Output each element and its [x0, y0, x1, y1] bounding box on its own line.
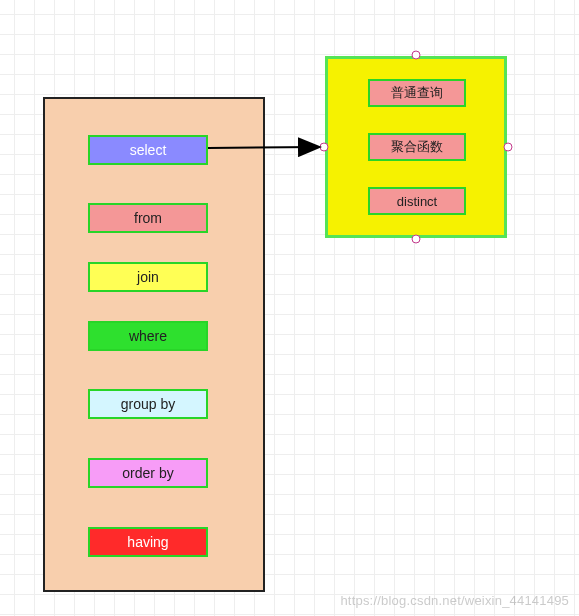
option-aggregate-func[interactable]: 聚合函数 — [368, 133, 466, 161]
resize-handle-bottom[interactable] — [412, 235, 421, 244]
select-options-panel[interactable]: 普通查询 聚合函数 distinct — [325, 56, 507, 238]
clause-having[interactable]: having — [88, 527, 208, 557]
clause-from[interactable]: from — [88, 203, 208, 233]
clause-group-by[interactable]: group by — [88, 389, 208, 419]
clause-join[interactable]: join — [88, 262, 208, 292]
option-label: 普通查询 — [391, 84, 443, 102]
clause-where[interactable]: where — [88, 321, 208, 351]
resize-handle-right[interactable] — [504, 143, 513, 152]
clause-label: join — [137, 269, 159, 285]
watermark-text: https://blog.csdn.net/weixin_44141495 — [340, 593, 569, 608]
clause-label: having — [127, 534, 168, 550]
clause-select[interactable]: select — [88, 135, 208, 165]
sql-clauses-panel: select from join where group by order by… — [43, 97, 265, 592]
option-label: distinct — [397, 194, 437, 209]
option-plain-query[interactable]: 普通查询 — [368, 79, 466, 107]
clause-label: from — [134, 210, 162, 226]
clause-label: where — [129, 328, 167, 344]
resize-handle-top[interactable] — [412, 51, 421, 60]
clause-label: order by — [122, 465, 173, 481]
clause-label: select — [130, 142, 167, 158]
clause-order-by[interactable]: order by — [88, 458, 208, 488]
clause-label: group by — [121, 396, 175, 412]
option-label: 聚合函数 — [391, 138, 443, 156]
resize-handle-left[interactable] — [320, 143, 329, 152]
option-distinct[interactable]: distinct — [368, 187, 466, 215]
